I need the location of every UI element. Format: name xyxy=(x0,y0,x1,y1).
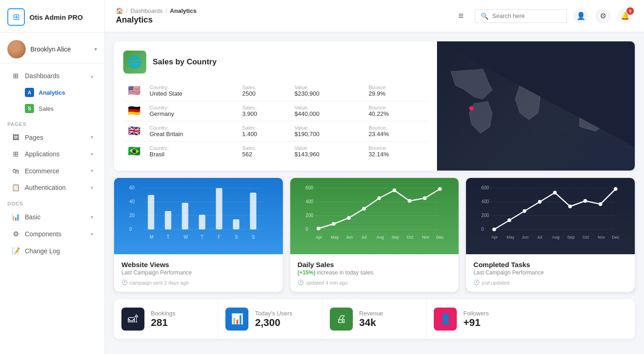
stat-item: 👤 Followers +91 xyxy=(426,299,530,339)
clock-icon: 🕐 xyxy=(121,280,128,285)
breadcrumb-sep1: / xyxy=(126,7,128,14)
svg-rect-16 xyxy=(182,203,188,229)
user-profile-button[interactable]: 👤 xyxy=(573,8,589,24)
svg-text:Sep: Sep xyxy=(391,235,399,240)
user-name: Brooklyn Alice xyxy=(30,46,90,53)
svg-text:S: S xyxy=(252,234,255,240)
svg-text:600: 600 xyxy=(482,185,489,190)
sidebar-logo: ⊞ Otis Admin PRO xyxy=(0,0,104,33)
sidebar-item-analytics[interactable]: A Analytics xyxy=(4,85,101,100)
svg-point-70 xyxy=(614,187,618,191)
sidebar-item-authentication[interactable]: 📋 Authentication ▾ xyxy=(4,179,101,196)
svg-point-69 xyxy=(599,202,603,206)
website-views-time: 🕐 campaign sent 2 days ago xyxy=(121,280,276,285)
stat-icon: 🛋 xyxy=(121,308,144,331)
breadcrumb: 🏠 / Dashboards / Analytics xyxy=(116,7,451,14)
changelog-icon: 📝 xyxy=(11,247,20,255)
svg-point-4 xyxy=(523,70,530,78)
svg-point-68 xyxy=(584,199,587,203)
menu-icon[interactable]: ≡ xyxy=(458,11,464,21)
svg-text:600: 600 xyxy=(305,185,313,190)
analytics-dot: A xyxy=(25,88,34,97)
stat-item: 📊 Today's Users 2,300 xyxy=(218,299,322,339)
svg-point-44 xyxy=(438,187,442,191)
notification-badge: 9 xyxy=(627,7,634,15)
svg-point-3 xyxy=(592,81,595,85)
sidebar: ⊞ Otis Admin PRO Brooklyn Alice ▾ ⊞ Dash… xyxy=(0,0,105,354)
clock-icon-3: 🕐 xyxy=(473,280,480,285)
svg-text:Aug: Aug xyxy=(552,235,560,240)
charts-row: 60 40 20 0 M T xyxy=(114,178,635,292)
basic-chevron-icon: ▾ xyxy=(91,214,93,220)
stat-label: Today's Users xyxy=(255,310,292,317)
pages-chevron-icon: ▾ xyxy=(91,134,93,140)
search-input[interactable] xyxy=(492,12,557,19)
sidebar-item-sales[interactable]: S Sales xyxy=(4,101,101,116)
svg-point-67 xyxy=(569,205,572,208)
sidebar-item-ecommerce[interactable]: 🛍 Ecommerce ▾ xyxy=(4,163,101,179)
svg-point-40 xyxy=(377,196,381,200)
svg-point-63 xyxy=(508,218,512,222)
app-name: Otis Admin PRO xyxy=(29,13,83,21)
sidebar-item-dashboards[interactable]: ⊞ Dashboards ▴ xyxy=(4,68,101,84)
svg-point-43 xyxy=(423,196,426,200)
svg-text:M: M xyxy=(150,234,153,240)
website-views-card: 60 40 20 0 M T xyxy=(114,178,283,292)
svg-point-62 xyxy=(493,228,496,231)
svg-rect-19 xyxy=(233,219,239,229)
stat-item: 🖨 Revenue 34k xyxy=(322,299,426,339)
search-box[interactable]: 🔍 xyxy=(475,9,567,23)
daily-sales-time: 🕐 updated 4 min ago xyxy=(298,280,452,285)
clock-icon-2: 🕐 xyxy=(298,280,304,285)
search-icon: 🔍 xyxy=(481,12,489,20)
globe-icon: 🌐 xyxy=(123,51,146,74)
svg-point-5 xyxy=(558,75,565,82)
authentication-icon: 📋 xyxy=(11,183,20,192)
svg-text:400: 400 xyxy=(482,199,489,204)
svg-point-0 xyxy=(469,106,474,111)
svg-point-66 xyxy=(553,191,557,194)
sidebar-item-applications[interactable]: ⊞ Applications ▾ xyxy=(4,146,101,162)
svg-text:Aug: Aug xyxy=(376,235,384,240)
stat-label: Followers xyxy=(463,310,489,317)
svg-point-42 xyxy=(408,199,411,203)
daily-sales-chart: 600 400 200 0 xyxy=(290,178,459,254)
svg-text:Jun: Jun xyxy=(346,235,353,240)
sales-by-country-card: 🌐 Sales by Country 🇺🇸 Country: United St… xyxy=(114,41,635,171)
chevron-down-icon: ▾ xyxy=(94,46,97,52)
settings-button[interactable]: ⚙ xyxy=(595,8,611,24)
sidebar-user[interactable]: Brooklyn Alice ▾ xyxy=(0,33,104,63)
svg-text:May: May xyxy=(331,235,339,240)
svg-text:Oct: Oct xyxy=(583,235,590,240)
svg-text:Apr: Apr xyxy=(492,235,498,240)
sidebar-item-basic[interactable]: 📊 Basic ▾ xyxy=(4,209,101,225)
ecommerce-chevron-icon: ▾ xyxy=(91,168,93,174)
authentication-chevron-icon: ▾ xyxy=(91,185,93,191)
country-row: 🇧🇷 Country: Brasil Sales: 562 Value: $14… xyxy=(123,142,428,162)
content-area: 🌐 Sales by Country 🇺🇸 Country: United St… xyxy=(105,32,644,354)
svg-text:May: May xyxy=(507,235,515,240)
bar-chart-svg: 60 40 20 0 M T xyxy=(120,183,277,252)
stat-value: +91 xyxy=(463,317,489,329)
svg-point-37 xyxy=(332,222,335,226)
svg-text:Oct: Oct xyxy=(407,235,414,240)
sidebar-item-components[interactable]: ⚙ Components ▾ xyxy=(4,226,101,242)
notifications-button[interactable]: 🔔 9 xyxy=(617,8,633,24)
stat-label: Revenue xyxy=(359,310,383,317)
world-map-svg xyxy=(437,41,635,171)
ecommerce-icon: 🛍 xyxy=(11,167,20,175)
website-views-title: Website Views xyxy=(121,261,276,268)
docs-section-label: DOCS xyxy=(0,196,104,208)
website-views-subtitle: Last Campaign Performance xyxy=(121,269,276,276)
daily-sales-subtitle: (+15%) increase in today sales. xyxy=(298,269,452,276)
sidebar-item-changelog[interactable]: 📝 Change Log xyxy=(4,243,101,259)
stat-value: 34k xyxy=(359,317,383,329)
svg-point-39 xyxy=(362,207,366,211)
svg-text:Nov: Nov xyxy=(598,235,606,240)
pages-icon: 🖼 xyxy=(11,133,20,141)
sidebar-item-pages[interactable]: 🖼 Pages ▾ xyxy=(4,129,101,145)
svg-text:T: T xyxy=(201,234,203,240)
svg-text:F: F xyxy=(218,234,220,240)
stat-icon: 🖨 xyxy=(330,308,353,331)
svg-text:T: T xyxy=(167,234,169,240)
